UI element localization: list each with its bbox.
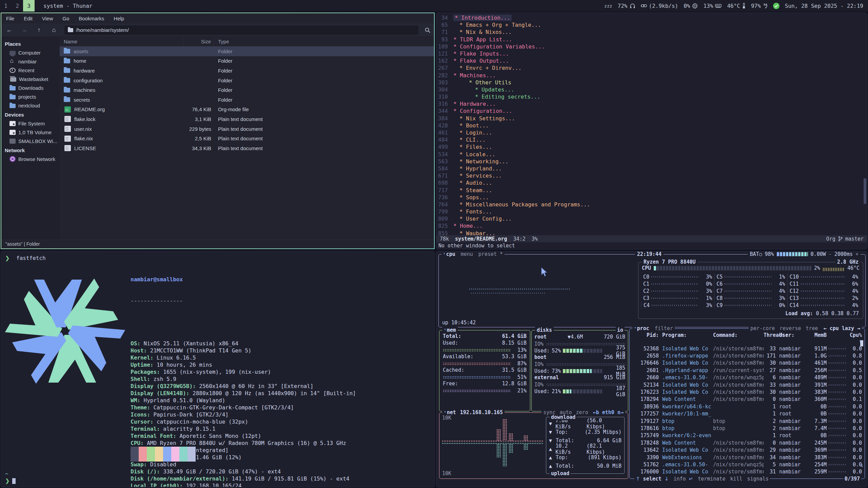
org-heading-line[interactable]: 384 * Nix Settings... bbox=[436, 115, 867, 122]
sidebar-item[interactable]: Wastebasket bbox=[1, 75, 60, 83]
process-row[interactable]: 2601 .Hyprland-wrapp /run/current-system… bbox=[630, 367, 865, 374]
file-row[interactable]: assets Folder bbox=[60, 46, 434, 56]
file-row[interactable]: flake.lock 3,1 KiB Plain text document bbox=[60, 114, 434, 124]
temperature-module[interactable]: 46°C bbox=[727, 3, 746, 9]
org-heading-line[interactable]: 310 * Editing secrets... bbox=[436, 93, 867, 100]
interval-decrease[interactable]: - bbox=[829, 251, 832, 257]
network-module[interactable]: (2.9kb/s) bbox=[641, 3, 678, 9]
org-heading-line[interactable]: 93 * TLDR App List... bbox=[436, 36, 867, 43]
org-heading-line[interactable]: 809 * User Config... bbox=[436, 215, 867, 222]
sidebar-item[interactable]: Recent bbox=[1, 66, 60, 75]
home-button[interactable]: ⌂ bbox=[50, 26, 58, 34]
process-row[interactable]: 179127 btop btop 2 nambiar 7.3M 0.0 bbox=[630, 418, 865, 425]
header-command[interactable]: Command: bbox=[713, 332, 764, 344]
org-heading-line[interactable]: 736 * Sops... bbox=[436, 194, 867, 201]
io-mode-toggle[interactable]: io bbox=[616, 327, 625, 333]
org-heading-line[interactable]: 316 * Hardware... bbox=[436, 100, 867, 107]
filter-button[interactable]: filter bbox=[655, 325, 673, 331]
menu-item[interactable]: Edit bbox=[24, 16, 33, 21]
sort-selector[interactable]: ← cpu lazy → bbox=[824, 325, 860, 331]
process-row[interactable]: 52368 Isolated Web Co /nix/store/sm8fmrf… bbox=[630, 345, 865, 352]
process-row[interactable]: 177257 kworker/10:1-mm_ 1 root 0B 0.0 bbox=[630, 410, 865, 418]
header-mem[interactable]: MemB bbox=[808, 332, 827, 344]
org-heading-line[interactable]: 764 * Miscellaneous Packages and Program… bbox=[436, 201, 867, 208]
file-row[interactable]: user.nix 229 bytes Plain text document bbox=[60, 124, 434, 134]
header-threads[interactable]: Threads: bbox=[764, 332, 779, 344]
org-heading-line[interactable]: 855 * Waubar... bbox=[436, 230, 867, 235]
org-heading-line[interactable]: 428 * Boot... bbox=[436, 122, 867, 129]
sidebar-item[interactable]: Browse Network bbox=[1, 155, 60, 163]
file-row[interactable]: home Folder bbox=[60, 56, 434, 66]
workspace-button[interactable]: 1 bbox=[0, 0, 12, 12]
process-row[interactable]: 176223 Isolated Web Co /nix/store/sm8fmr… bbox=[630, 388, 865, 395]
process-row[interactable]: 52134 Isolated Web Co /nix/store/sm8fmrf… bbox=[630, 381, 865, 388]
preset-button[interactable]: preset * bbox=[478, 251, 503, 257]
proc-footer-action[interactable]: signals bbox=[747, 476, 769, 482]
shell-prompt[interactable]: ~ ❯ bbox=[5, 470, 16, 484]
sidebar-item[interactable]: nambiar bbox=[1, 57, 60, 66]
org-heading-line[interactable]: 484 * CLI... bbox=[436, 136, 867, 143]
proc-footer-action[interactable]: terminate bbox=[698, 476, 725, 482]
column-header-type[interactable]: Type bbox=[214, 37, 434, 46]
net-option-button[interactable]: zero bbox=[576, 409, 588, 415]
org-heading-line[interactable]: 34 * Introduction... bbox=[436, 14, 867, 21]
org-heading-line[interactable]: 825 * Home... bbox=[436, 222, 867, 229]
org-heading-line[interactable]: 65 * Emacs + Org + Tangle... bbox=[436, 21, 867, 28]
sidebar-item[interactable]: nextcloud bbox=[1, 101, 60, 110]
file-row[interactable]: hardware Folder bbox=[60, 66, 434, 76]
header-user[interactable]: User: bbox=[779, 332, 808, 344]
org-heading-line[interactable]: 461 * Login... bbox=[436, 129, 867, 136]
menu-item[interactable]: View bbox=[42, 16, 53, 21]
org-heading-line[interactable]: 717 * Steam... bbox=[436, 187, 867, 194]
file-row[interactable]: configuration Folder bbox=[60, 76, 434, 85]
proc-footer-action[interactable]: kill bbox=[730, 476, 742, 482]
file-row[interactable]: README.org 76,4 KiB Org-mode file bbox=[60, 105, 434, 115]
org-heading-line[interactable]: 563 * Networking... bbox=[436, 158, 867, 165]
proc-tab[interactable]: proc bbox=[637, 325, 649, 331]
process-row[interactable]: 178294 Web Content /nix/store/sm8fmrf3wp… bbox=[630, 396, 865, 403]
interface-switcher[interactable]: ←b eth0 n→ bbox=[593, 409, 624, 415]
process-row[interactable]: 51762 .emacs-31.0.50- /nix/store/wnqz5pa… bbox=[630, 461, 865, 468]
forward-button[interactable]: → bbox=[20, 26, 28, 34]
org-heading-line[interactable]: 121 * Flake Inputs... bbox=[436, 50, 867, 57]
menu-item[interactable]: File bbox=[6, 16, 14, 21]
cpu-module[interactable]: 0% bbox=[684, 3, 698, 9]
up-button[interactable]: ↑ bbox=[35, 26, 43, 34]
column-header-name[interactable]: Name bbox=[60, 37, 183, 46]
org-heading-line[interactable]: 534 * Locale... bbox=[436, 151, 867, 158]
org-heading-line[interactable]: 109 * Configuration Variables... bbox=[436, 43, 867, 50]
menu-item[interactable]: Bookmarks bbox=[79, 16, 104, 21]
mem-tab[interactable]: mem bbox=[447, 327, 456, 333]
org-heading-line[interactable]: 584 * Hyprland... bbox=[436, 165, 867, 172]
header-pid[interactable]: Pid: bbox=[632, 332, 662, 344]
org-heading-line[interactable]: 267 * Envrc + Direnv... bbox=[436, 64, 867, 72]
interval-increase[interactable]: + bbox=[855, 251, 859, 257]
org-heading-line[interactable]: 671 * Services... bbox=[436, 172, 867, 179]
process-row[interactable]: 2658 .firefox-wrappe /nix/store/sm8fmrf3… bbox=[630, 352, 865, 359]
org-heading-line[interactable]: 698 * Audio... bbox=[436, 179, 867, 186]
org-heading-line[interactable]: 499 * Files... bbox=[436, 143, 867, 150]
proc-option-button[interactable]: reverse bbox=[780, 325, 801, 331]
header-program[interactable]: Program: bbox=[662, 332, 713, 344]
proc-footer-action[interactable]: ↑ select ↓ bbox=[636, 476, 669, 482]
file-row[interactable]: LICENSE 34,3 KiB Plain text document bbox=[60, 143, 434, 153]
process-row[interactable]: 175749 kworker/6:2-even 1 root 0B 0.0 bbox=[630, 432, 865, 439]
process-row[interactable]: 3390 WebExtensions /nix/store/sm8fmrf3wp… bbox=[630, 454, 865, 461]
sidebar-item[interactable]: projects bbox=[1, 92, 60, 101]
process-row[interactable]: 13642 Isolated Web Co /nix/store/sm8fmrf… bbox=[630, 446, 865, 453]
emacs-scrollbar[interactable] bbox=[864, 178, 866, 204]
org-heading-line[interactable]: 303 * Other Utils bbox=[436, 79, 867, 86]
scroll-down-indicator[interactable]: ↓ bbox=[861, 462, 864, 468]
org-heading-line[interactable]: 282 * Machines... bbox=[436, 72, 867, 79]
org-heading-line[interactable]: 71 * Nix & Nixos... bbox=[436, 28, 867, 36]
file-row[interactable]: machines Folder bbox=[60, 85, 434, 95]
org-heading-line[interactable]: 162 * Flake Output... bbox=[436, 57, 867, 64]
proc-option-button[interactable]: tree bbox=[806, 325, 818, 331]
idle-inhibitor-module[interactable]: zzz bbox=[604, 3, 612, 8]
memory-module[interactable]: 13% bbox=[703, 3, 722, 9]
path-bar[interactable]: /home/nambiar/system/ bbox=[64, 25, 418, 35]
sidebar-item[interactable]: Computer bbox=[1, 48, 60, 57]
workspace-button[interactable]: 3 bbox=[23, 0, 35, 12]
file-row[interactable]: secrets Folder bbox=[60, 95, 434, 105]
process-row[interactable]: 38936 kworker/u64:6-kc 1 root 0B 0.0 bbox=[630, 403, 865, 410]
